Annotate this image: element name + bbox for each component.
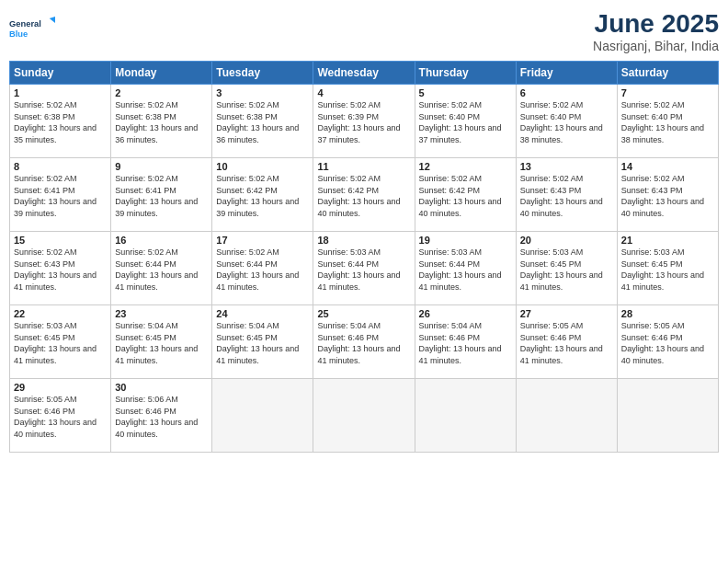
day-number: 12 [419,161,512,172]
day-number: 17 [216,235,309,246]
day-info: Sunrise: 5:02 AM Sunset: 6:43 PM Dayligh… [14,247,107,293]
day-cell-w4-5: 27 Sunrise: 5:05 AM Sunset: 6:46 PM Dayl… [516,305,617,379]
day-info: Sunrise: 5:02 AM Sunset: 6:43 PM Dayligh… [621,173,714,219]
day-cell-w2-3: 11 Sunrise: 5:02 AM Sunset: 6:42 PM Dayl… [313,158,415,232]
day-cell-w1-6: 7 Sunrise: 5:02 AM Sunset: 6:40 PM Dayli… [617,85,718,158]
day-number: 10 [216,161,309,172]
calendar-body: 1 Sunrise: 5:02 AM Sunset: 6:38 PM Dayli… [10,85,719,453]
day-cell-w4-0: 22 Sunrise: 5:03 AM Sunset: 6:45 PM Dayl… [10,305,111,379]
day-info: Sunrise: 5:05 AM Sunset: 6:46 PM Dayligh… [621,320,714,366]
col-friday: Friday [516,62,617,85]
day-number: 23 [115,308,208,319]
day-info: Sunrise: 5:04 AM Sunset: 6:46 PM Dayligh… [317,320,410,366]
week-row-4: 22 Sunrise: 5:03 AM Sunset: 6:45 PM Dayl… [10,305,719,379]
col-tuesday: Tuesday [212,62,313,85]
day-number: 7 [621,87,714,98]
day-info: Sunrise: 5:02 AM Sunset: 6:38 PM Dayligh… [216,99,309,145]
day-info: Sunrise: 5:03 AM Sunset: 6:45 PM Dayligh… [14,320,107,366]
day-cell-w1-4: 5 Sunrise: 5:02 AM Sunset: 6:40 PM Dayli… [415,85,516,158]
day-cell-w4-6: 28 Sunrise: 5:05 AM Sunset: 6:46 PM Dayl… [617,305,718,379]
day-cell-empty [516,379,617,453]
day-number: 28 [621,308,714,319]
day-number: 27 [520,308,613,319]
day-number: 18 [317,235,410,246]
col-thursday: Thursday [415,62,516,85]
day-info: Sunrise: 5:02 AM Sunset: 6:39 PM Dayligh… [317,99,410,145]
page-container: General Blue June 2025 Nasriganj, Bihar,… [0,0,728,563]
day-info: Sunrise: 5:02 AM Sunset: 6:42 PM Dayligh… [419,173,512,219]
col-wednesday: Wednesday [313,62,415,85]
day-cell-w2-0: 8 Sunrise: 5:02 AM Sunset: 6:41 PM Dayli… [10,158,111,232]
day-info: Sunrise: 5:06 AM Sunset: 6:46 PM Dayligh… [115,394,208,440]
day-info: Sunrise: 5:02 AM Sunset: 6:44 PM Dayligh… [115,247,208,293]
logo-svg: General Blue [9,9,55,46]
logo: General Blue [9,9,55,46]
day-info: Sunrise: 5:05 AM Sunset: 6:46 PM Dayligh… [520,320,613,366]
calendar-header: Sunday Monday Tuesday Wednesday Thursday… [10,62,719,85]
day-info: Sunrise: 5:04 AM Sunset: 6:45 PM Dayligh… [115,320,208,366]
day-cell-w3-5: 20 Sunrise: 5:03 AM Sunset: 6:45 PM Dayl… [516,232,617,305]
day-cell-w1-3: 4 Sunrise: 5:02 AM Sunset: 6:39 PM Dayli… [313,85,415,158]
day-number: 25 [317,308,410,319]
day-number: 24 [216,308,309,319]
day-number: 26 [419,308,512,319]
day-info: Sunrise: 5:03 AM Sunset: 6:44 PM Dayligh… [317,247,410,293]
col-monday: Monday [111,62,212,85]
day-number: 19 [419,235,512,246]
day-number: 15 [14,235,107,246]
day-cell-w1-1: 2 Sunrise: 5:02 AM Sunset: 6:38 PM Dayli… [111,85,212,158]
day-info: Sunrise: 5:04 AM Sunset: 6:46 PM Dayligh… [419,320,512,366]
day-cell-w3-6: 21 Sunrise: 5:03 AM Sunset: 6:45 PM Dayl… [617,232,718,305]
day-cell-w5-0: 29 Sunrise: 5:05 AM Sunset: 6:46 PM Dayl… [10,379,111,453]
day-info: Sunrise: 5:02 AM Sunset: 6:38 PM Dayligh… [115,99,208,145]
day-cell-w4-2: 24 Sunrise: 5:04 AM Sunset: 6:45 PM Dayl… [212,305,313,379]
day-cell-w1-0: 1 Sunrise: 5:02 AM Sunset: 6:38 PM Dayli… [10,85,111,158]
day-cell-empty [415,379,516,453]
day-cell-empty [313,379,415,453]
day-cell-w3-0: 15 Sunrise: 5:02 AM Sunset: 6:43 PM Dayl… [10,232,111,305]
day-cell-empty [212,379,313,453]
col-sunday: Sunday [10,62,111,85]
day-cell-w3-4: 19 Sunrise: 5:03 AM Sunset: 6:44 PM Dayl… [415,232,516,305]
day-number: 3 [216,87,309,98]
day-info: Sunrise: 5:02 AM Sunset: 6:44 PM Dayligh… [216,247,309,293]
day-info: Sunrise: 5:02 AM Sunset: 6:40 PM Dayligh… [520,99,613,145]
day-cell-w4-4: 26 Sunrise: 5:04 AM Sunset: 6:46 PM Dayl… [415,305,516,379]
day-cell-w1-5: 6 Sunrise: 5:02 AM Sunset: 6:40 PM Dayli… [516,85,617,158]
day-number: 5 [419,87,512,98]
month-title: June 2025 [593,9,719,39]
day-number: 11 [317,161,410,172]
day-info: Sunrise: 5:04 AM Sunset: 6:45 PM Dayligh… [216,320,309,366]
week-row-1: 1 Sunrise: 5:02 AM Sunset: 6:38 PM Dayli… [10,85,719,158]
day-cell-w3-3: 18 Sunrise: 5:03 AM Sunset: 6:44 PM Dayl… [313,232,415,305]
day-cell-w2-6: 14 Sunrise: 5:02 AM Sunset: 6:43 PM Dayl… [617,158,718,232]
day-number: 13 [520,161,613,172]
location: Nasriganj, Bihar, India [593,39,719,53]
day-cell-w5-1: 30 Sunrise: 5:06 AM Sunset: 6:46 PM Dayl… [111,379,212,453]
week-row-3: 15 Sunrise: 5:02 AM Sunset: 6:43 PM Dayl… [10,232,719,305]
week-row-2: 8 Sunrise: 5:02 AM Sunset: 6:41 PM Dayli… [10,158,719,232]
day-number: 29 [14,382,107,393]
day-info: Sunrise: 5:02 AM Sunset: 6:43 PM Dayligh… [520,173,613,219]
day-cell-w4-3: 25 Sunrise: 5:04 AM Sunset: 6:46 PM Dayl… [313,305,415,379]
day-number: 9 [115,161,208,172]
title-block: June 2025 Nasriganj, Bihar, India [593,9,719,53]
day-number: 4 [317,87,410,98]
day-cell-w3-1: 16 Sunrise: 5:02 AM Sunset: 6:44 PM Dayl… [111,232,212,305]
day-info: Sunrise: 5:05 AM Sunset: 6:46 PM Dayligh… [14,394,107,440]
col-saturday: Saturday [617,62,718,85]
day-info: Sunrise: 5:02 AM Sunset: 6:41 PM Dayligh… [14,173,107,219]
day-info: Sunrise: 5:02 AM Sunset: 6:42 PM Dayligh… [317,173,410,219]
day-info: Sunrise: 5:02 AM Sunset: 6:38 PM Dayligh… [14,99,107,145]
day-number: 20 [520,235,613,246]
day-number: 8 [14,161,107,172]
day-cell-w1-2: 3 Sunrise: 5:02 AM Sunset: 6:38 PM Dayli… [212,85,313,158]
day-info: Sunrise: 5:02 AM Sunset: 6:40 PM Dayligh… [621,99,714,145]
svg-marker-2 [50,17,55,24]
svg-text:General: General [9,19,41,29]
day-number: 1 [14,87,107,98]
day-number: 16 [115,235,208,246]
day-cell-empty [617,379,718,453]
svg-text:Blue: Blue [9,29,28,39]
day-info: Sunrise: 5:02 AM Sunset: 6:40 PM Dayligh… [419,99,512,145]
